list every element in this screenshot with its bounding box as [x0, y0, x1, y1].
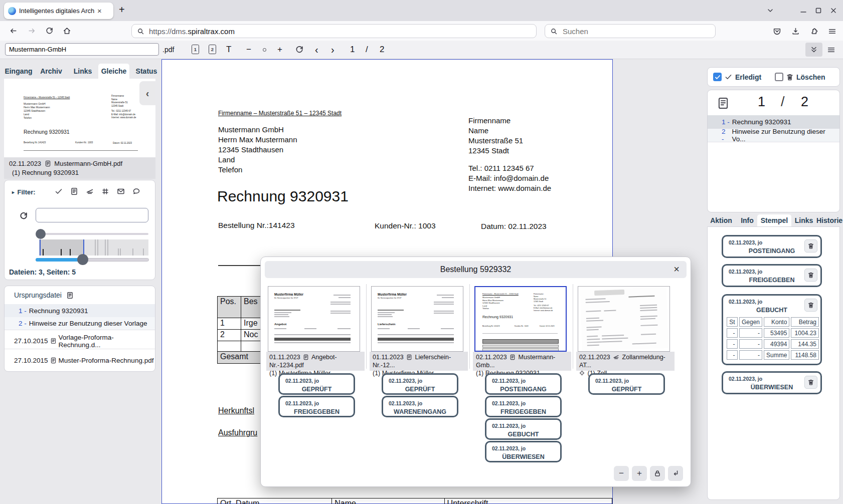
url-bar[interactable]: https://dms.spiraltrax.com [131, 24, 537, 38]
document-icon [50, 338, 57, 344]
filter-scanner-icon[interactable] [86, 187, 94, 195]
reload-icon[interactable] [45, 27, 54, 35]
pocket-icon[interactable] [773, 27, 781, 36]
modal-close-icon[interactable]: × [673, 264, 680, 275]
related-file-row[interactable]: 27.10.2015 Muster-Proforma-Rechnung.pdf [5, 352, 155, 368]
corner-arrow-icon [671, 469, 680, 477]
modal-zoom-in-button[interactable]: + [632, 466, 647, 481]
two-page-view-icon[interactable]: 2 [209, 45, 216, 54]
range-slider-bottom-handle[interactable] [77, 254, 88, 265]
delete-stamp-button[interactable] [804, 299, 817, 312]
current-page-number: 1 [350, 41, 355, 59]
browser-tab[interactable]: Intelligentes digitales Arch × [4, 3, 113, 19]
browser-toolbar: https://dms.spiraltrax.com [0, 21, 843, 41]
page-row[interactable]: 2 -Hinweise zur Benutzung dieser Vo... [708, 129, 839, 142]
filter-text-input[interactable] [36, 208, 148, 222]
tab-gleiche[interactable]: Gleiche [98, 64, 129, 79]
check-icon [725, 73, 732, 81]
tab-stempel[interactable]: Stempel [757, 214, 791, 226]
tab-close-icon[interactable]: × [97, 7, 102, 15]
new-tab-button[interactable]: + [119, 4, 125, 16]
filter-check-icon[interactable] [55, 187, 63, 195]
dock-button[interactable] [668, 466, 683, 481]
search-input[interactable] [562, 27, 699, 36]
text-tool-button[interactable]: T [226, 41, 231, 59]
tab-links[interactable]: Links [792, 214, 815, 226]
filter-comment-icon[interactable] [132, 187, 140, 195]
timeline-histogram [39, 239, 148, 256]
filter-section-toggle[interactable]: ► Filter: [11, 188, 36, 196]
thumbnail-angebot[interactable]: Musterfirma Müller Ihr Servicepartner fü… [268, 286, 360, 352]
document-icon [66, 292, 74, 299]
modal-zoom-out-button[interactable]: − [614, 466, 629, 481]
related-file-row[interactable]: 27.10.2015 Vorlage-Proforma-Rechnung.d..… [5, 333, 155, 349]
back-icon[interactable] [9, 27, 18, 35]
filter-document-icon[interactable] [70, 187, 78, 195]
thumbnail-label: 02.11.2023 Zollanmeldung-AT... (1) Zoll [576, 352, 675, 371]
collapse-preview-chevron-icon[interactable]: ‹ [139, 81, 155, 105]
rotate-icon[interactable] [295, 45, 304, 54]
prev-page-icon[interactable]: ‹ [315, 41, 318, 59]
done-checkbox[interactable] [713, 73, 722, 81]
collapse-toolbar-button[interactable] [805, 43, 822, 57]
doc-sender-line: Firmenname – Musterstraße 51 – 12345 Sta… [218, 110, 342, 117]
thumbnail-lieferschein[interactable]: Musterfirma Müller Ihr Servicepartner fü… [371, 286, 463, 352]
stamp-freigegeben: 02.11.2023, jo FREIGEGEBEN [722, 264, 822, 287]
downloads-icon[interactable] [791, 27, 800, 36]
list-tabs-chevron-icon[interactable] [766, 7, 774, 15]
trash-icon [786, 73, 794, 81]
extensions-icon[interactable] [810, 27, 818, 36]
stamp-posteingang: 02.11.2023, jo POSTEINGANG [722, 235, 822, 258]
source-file-panel: Ursprungsdatei 1 -Rechnung 9320931 2 -Hi… [4, 286, 155, 372]
refresh-filter-icon[interactable] [19, 211, 28, 220]
forward-icon[interactable] [28, 27, 36, 35]
next-page-icon[interactable]: › [331, 41, 334, 59]
delete-stamp-button[interactable] [804, 239, 817, 253]
filter-panel: ► Filter: [4, 180, 155, 280]
document-preview-card[interactable]: ‹ Firmenname – Musterstraße 51 – 12345 S… [4, 79, 155, 157]
document-name-input[interactable] [5, 43, 159, 56]
delete-checkbox[interactable] [775, 73, 783, 81]
filter-email-icon[interactable] [117, 187, 125, 195]
stamp-chip: 02.11.2023, joGEBUCHT [485, 418, 562, 440]
tab-historie[interactable]: Historie [815, 214, 843, 226]
thumbnail-rechnung-selected[interactable]: Firmenname – Musterstraße 51 – 12345 Sta… [474, 286, 567, 352]
document-pages-icon [717, 96, 730, 110]
home-icon[interactable] [63, 27, 71, 35]
tab-info[interactable]: Info [737, 214, 757, 226]
search-icon [137, 28, 144, 35]
window-minimize-icon[interactable] [799, 7, 807, 15]
delete-stamp-button[interactable] [804, 376, 817, 389]
stamp-chip: 02.11.2023, joGEPRÜFT [382, 373, 458, 395]
total-pages: 2 [380, 41, 384, 59]
source-page-row[interactable]: 1 -Rechnung 9320931 [5, 304, 155, 317]
modal-header[interactable]: Bestellung 5929332 × [265, 261, 687, 278]
doc-date: Datum: 02.11.2023 [481, 222, 547, 231]
tab-eingang[interactable]: Eingang [4, 64, 33, 79]
range-slider-top-track[interactable] [39, 233, 148, 235]
zoom-out-button[interactable]: − [246, 41, 251, 59]
lock-button[interactable] [650, 466, 665, 481]
tab-status[interactable]: Status [132, 64, 160, 79]
doc-export-label: Ausfuhrgru [218, 428, 257, 437]
page-row-selected[interactable]: 1 -Rechnung 9320931 [708, 115, 839, 129]
tab-links[interactable]: Links [70, 64, 95, 79]
tab-aktion[interactable]: Aktion [708, 214, 734, 226]
source-page-row[interactable]: 2 -Hinweise zur Benutzung dieser Vorlage [5, 317, 155, 330]
range-slider-top-handle[interactable] [36, 229, 46, 239]
filter-grid-icon[interactable] [101, 187, 109, 195]
selected-file-row[interactable]: 02.11.2023 Mustermann-GmbH.pdf (1) Rechn… [4, 157, 155, 179]
search-bar[interactable] [545, 24, 716, 38]
app-menu-icon[interactable] [827, 46, 835, 54]
thumbnail-zollanmeldung[interactable] [578, 286, 670, 352]
zoom-reset-icon[interactable] [263, 48, 266, 52]
delete-stamp-button[interactable] [804, 269, 817, 282]
stamp-chip: 02.11.2023, joPOSTEINGANG [485, 373, 562, 395]
window-maximize-icon[interactable] [814, 7, 822, 15]
zoom-in-button[interactable]: + [277, 41, 282, 59]
window-close-icon[interactable] [829, 7, 837, 15]
url-domain: spiraltrax.com [188, 27, 235, 36]
tab-archiv[interactable]: Archiv [37, 64, 65, 79]
single-page-view-icon[interactable]: 1 [192, 45, 199, 54]
menu-icon[interactable] [828, 27, 836, 36]
